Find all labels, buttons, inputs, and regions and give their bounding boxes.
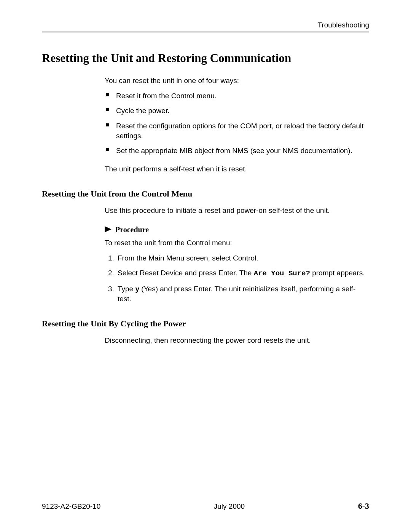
footer-doc-id: 9123-A2-GB20-10: [42, 502, 100, 511]
triangle-right-icon: [105, 226, 112, 234]
bullet-list: Reset it from the Control menu. Cycle th…: [105, 91, 365, 156]
section1-intro: Use this procedure to initiate a reset a…: [105, 206, 365, 216]
footer-date: July 2000: [214, 502, 245, 511]
section1-body: Use this procedure to initiate a reset a…: [105, 206, 365, 304]
procedure-intro: To reset the unit from the Control menu:: [105, 238, 365, 248]
section2-body: Disconnecting, then reconnecting the pow…: [105, 335, 365, 345]
step-item: Select Reset Device and press Enter. The…: [116, 268, 365, 279]
section2-text: Disconnecting, then reconnecting the pow…: [105, 335, 365, 345]
header-rule: [42, 32, 369, 32]
section-heading-control-menu: Resetting the Unit from the Control Menu: [42, 189, 369, 199]
bullet-item: Reset it from the Control menu.: [105, 91, 365, 101]
procedure-label: Procedure: [115, 225, 149, 234]
procedure-header: Procedure: [105, 225, 365, 234]
step-text: Type: [118, 285, 135, 293]
page-title: Resetting the Unit and Restoring Communi…: [42, 51, 369, 65]
section-heading-cycle-power: Resetting the Unit By Cycling the Power: [42, 319, 369, 329]
document-page: Troubleshooting Resetting the Unit and R…: [0, 0, 411, 532]
header-section-label: Troubleshooting: [42, 21, 369, 32]
svg-marker-0: [105, 226, 112, 232]
step-item: From the Main Menu screen, select Contro…: [116, 253, 365, 263]
step-text: es) and press Enter. The unit reinitiali…: [118, 285, 355, 303]
intro-text: You can reset the unit in one of four wa…: [105, 76, 365, 86]
step-text: prompt appears.: [310, 269, 365, 277]
bullet-item: Cycle the power.: [105, 106, 365, 116]
bullet-item: Set the appropriate MIB object from NMS …: [105, 146, 365, 156]
step-text: Select Reset Device and press Enter. The: [118, 269, 254, 277]
bullet-item: Reset the configuration options for the …: [105, 121, 365, 141]
procedure-steps: From the Main Menu screen, select Contro…: [105, 253, 365, 304]
step-item: Type y (Yes) and press Enter. The unit r…: [116, 284, 365, 304]
after-bullets-text: The unit performs a self-test when it is…: [105, 164, 365, 174]
underlined-text: Y: [144, 285, 148, 293]
page-footer: 9123-A2-GB20-10 July 2000 6-3: [42, 501, 369, 511]
footer-page-number: 6-3: [358, 501, 369, 511]
step-text: (: [139, 285, 144, 293]
code-text: Are You Sure?: [254, 269, 310, 278]
bold-text: y: [135, 285, 139, 293]
intro-block: You can reset the unit in one of four wa…: [105, 76, 365, 174]
